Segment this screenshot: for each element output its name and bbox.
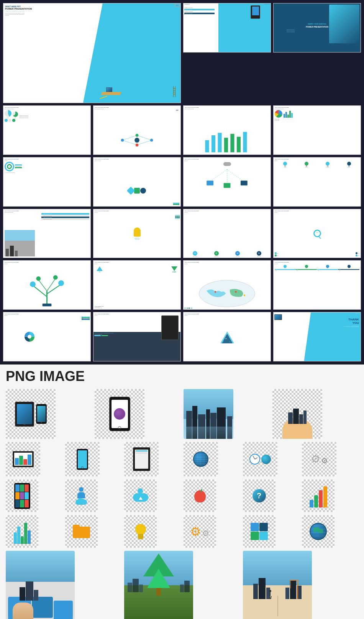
png-item-skyline — [184, 389, 233, 439]
svg-point-8 — [134, 138, 139, 143]
svg-point-30 — [53, 275, 58, 280]
png-item-folder — [65, 515, 98, 548]
slide-21[interactable]: ADD YOUR TITLE SLIDE HERE Body text. CHA… — [93, 312, 181, 361]
svg-point-33 — [215, 291, 216, 293]
contents-label: CONTENTS — [184, 4, 190, 5]
slide13-title: ADD YOUR TITLE SLIDE HERE — [95, 210, 179, 212]
slide-thankyou[interactable]: INSERT LOGO THANKYOU INSERT YOUR TEXT Bo… — [273, 312, 361, 361]
slide-6[interactable]: ADD YOUR TITLE SLIDE HERE Body text para… — [183, 105, 271, 155]
slide-9[interactable]: ADD YOUR TITLE SLIDE HERE INSERT YOUR TE… — [93, 157, 181, 207]
slide-22[interactable]: ADD YOUR TITLE SLIDE HERE Body text. 01 … — [183, 312, 271, 361]
svg-rect-10 — [212, 135, 215, 152]
svg-line-18 — [227, 169, 244, 182]
slide-15[interactable]: ADD YOUR TITLE SLIDE HERE Body text. INS… — [273, 209, 361, 258]
png-item-tablet-phone — [6, 389, 56, 439]
svg-rect-14 — [237, 137, 241, 153]
svg-point-6 — [150, 139, 153, 142]
slide-11[interactable]: ADD YOUR TITLE SLIDE HERE Body text. 01 … — [273, 157, 361, 207]
png-item-clock-globe — [243, 442, 277, 476]
slide12-title: ADD YOUR TITLE SLIDE HERE — [5, 210, 89, 212]
png-item-bar-chart-data — [6, 515, 38, 548]
slides-section: 29SET WIDE PPT POWER PRESENTATION INSERT… — [0, 0, 364, 365]
svg-point-36 — [28, 335, 31, 338]
svg-point-32 — [199, 280, 255, 307]
png-item-person-cloud — [65, 479, 98, 512]
png-item-globe-business — [184, 442, 218, 476]
slide-17[interactable]: ADD YOUR TITLE SLIDE HERE Body text. UP … — [93, 260, 181, 310]
slide-14[interactable]: ADD YOUR TITLE SLIDE HERE Body text. 01 … — [183, 209, 271, 258]
hero-title-line2: POWER PRESENTATION — [5, 8, 48, 10]
svg-text:02: 02 — [223, 341, 224, 342]
slide-7[interactable]: ADD YOUR TITLE SLIDE HERE Body text para… — [273, 105, 361, 155]
slide17-title: ADD YOUR TITLE SLIDE HERE — [95, 262, 179, 263]
slide4-title: ADD YOUR TITLE SLIDE HERE — [5, 107, 89, 108]
slide-hero[interactable]: 29SET WIDE PPT POWER PRESENTATION INSERT… — [3, 3, 181, 103]
png-item-lightbulb — [124, 515, 157, 548]
slide-20[interactable]: ADD YOUR TITLE SLIDE HERE Body text. → I… — [3, 312, 91, 361]
slide7-title: ADD YOUR TITLE SLIDE HERE — [275, 107, 359, 108]
subtitle-title: INSERT YOUR SUBTITLE — [308, 23, 326, 25]
subtitle-main: POWER PRESENTATION — [306, 26, 328, 28]
svg-line-23 — [33, 286, 47, 297]
svg-point-29 — [36, 276, 41, 281]
slide5-title: ADD YOUR TITLE SLIDE HERE — [95, 107, 179, 108]
slide-16[interactable]: ADD YOUR TITLE SLIDE HERE Body text. — [3, 260, 91, 310]
slide11-title: ADD YOUR TITLE SLIDE HERE — [275, 159, 359, 160]
png-item-construction — [243, 551, 312, 619]
svg-rect-19 — [207, 181, 213, 186]
svg-rect-31 — [43, 304, 52, 306]
png-item-tablet-interface — [124, 442, 159, 476]
png-item-city-hand — [272, 389, 322, 439]
svg-rect-15 — [243, 132, 247, 153]
svg-point-27 — [30, 282, 36, 287]
png-item-cog-gears: ⚙ ⚙ — [184, 515, 216, 548]
slide-subtitle[interactable]: INSERT YOUR SUBTITLE POWER PRESENTATION … — [273, 3, 361, 53]
slide-18[interactable]: ADD YOUR TITLE SLIDE HERE Body text. — [183, 260, 271, 310]
slide20-title: ADD YOUR TITLE SLIDE HERE — [5, 314, 89, 315]
svg-rect-9 — [205, 140, 209, 153]
png-section: PNG IMAGE — [0, 365, 364, 619]
svg-point-35 — [244, 294, 246, 296]
png-item-green-tree-city — [124, 551, 193, 619]
slide9-title: ADD YOUR TITLE SLIDE HERE — [95, 159, 179, 160]
png-section-title: PNG IMAGE — [6, 368, 358, 384]
slide-contents[interactable]: CONTENTS INSERT LOGO ● INSERT YOUR TEXT … — [183, 3, 271, 53]
slide-13[interactable]: ADD YOUR TITLE SLIDE HERE Body text. CLI… — [93, 209, 181, 258]
svg-rect-11 — [218, 133, 221, 153]
svg-point-34 — [235, 291, 237, 293]
svg-rect-12 — [224, 138, 228, 153]
png-item-puzzle-blue — [243, 515, 275, 548]
insert-logo: INSERTLOGO — [175, 4, 180, 7]
png-item-monitor-chart — [6, 442, 40, 476]
logo-label: INSERT LOGO — [264, 3, 270, 4]
png-item-earth-globe — [302, 515, 334, 548]
hero-body: Started its business in Seoul Korea in F… — [5, 13, 25, 16]
slide-12[interactable]: ADD YOUR TITLE SLIDE HERE Body text here… — [3, 209, 91, 258]
slide6-title: ADD YOUR TITLE SLIDE HERE — [185, 107, 269, 108]
svg-point-5 — [136, 134, 139, 137]
png-item-apple — [184, 479, 216, 512]
slide-10[interactable]: ADD YOUR TITLE SLIDE HERE Body text. — [183, 157, 271, 207]
png-item-bar-chart-rise — [302, 479, 334, 512]
png-item-question: ? — [243, 479, 275, 512]
svg-line-25 — [38, 280, 47, 291]
png-item-gears: ⚙ ⚙ — [302, 442, 336, 476]
slide10-title: ADD YOUR TITLE SLIDE HERE — [185, 159, 269, 160]
slide-4[interactable]: ADD YOUR TITLE SLIDE HERE Body text para… — [3, 105, 91, 155]
hero-subtitle: INSERT YOUR SUBTITLE AUTHOR'S NAME. — [5, 11, 48, 12]
thankyou-text: THANKYOU — [344, 318, 359, 325]
png-item-phone-app — [65, 442, 100, 476]
svg-rect-21 — [241, 181, 248, 186]
slide19-title: ADD YOUR TITLE SLIDE HERE — [275, 262, 359, 263]
slide-5[interactable]: ADD YOUR TITLE SLIDE HERE Body text para… — [93, 105, 181, 155]
slide-8[interactable]: ADD YOUR TITLE SLIDE HERE Body text. SMA… — [3, 157, 91, 207]
slide16-title: ADD YOUR TITLE SLIDE HERE — [5, 262, 89, 263]
slide-19[interactable]: ADD YOUR TITLE SLIDE HERE Body text. TEX… — [273, 260, 361, 310]
png-item-puzzle-city — [6, 551, 75, 619]
slide-grid: 29SET WIDE PPT POWER PRESENTATION INSERT… — [3, 3, 361, 361]
svg-rect-13 — [230, 134, 234, 153]
svg-rect-20 — [224, 183, 231, 188]
slide18-title: ADD YOUR TITLE SLIDE HERE — [185, 262, 269, 263]
png-item-phone-globe — [95, 389, 144, 439]
slide22-title: ADD YOUR TITLE SLIDE HERE — [185, 314, 269, 315]
